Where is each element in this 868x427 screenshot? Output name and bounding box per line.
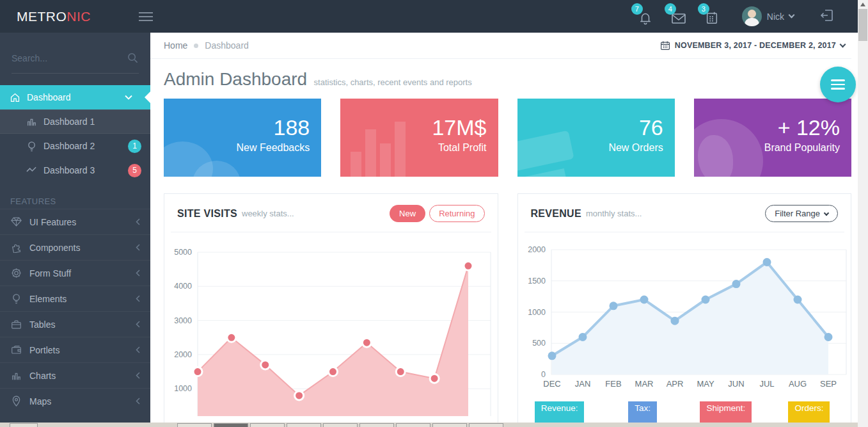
sidebar-item-elements[interactable]: Elements: [0, 286, 150, 311]
stat-label: New Orders: [608, 142, 663, 154]
date-range-picker[interactable]: NOVEMBER 3, 2017 - DECEMBER 2, 2017: [660, 40, 845, 51]
tasks-badge: 3: [698, 3, 709, 15]
tasks-button[interactable]: 3: [704, 8, 720, 25]
page-title: Admin Dashboard: [164, 69, 307, 89]
y-tick-label: 4000: [174, 282, 192, 291]
panel-title: REVENUE: [531, 208, 581, 220]
stat-card-new-feedbacks[interactable]: 188 New Feedbacks: [164, 99, 321, 177]
y-tick-label: 1000: [528, 308, 546, 317]
chart-area: [198, 266, 468, 416]
data-point: [609, 302, 617, 310]
charts-row: SITE VISITS weekly stats... New Returnin…: [164, 193, 851, 427]
top-header: METRONIC 7 4 3 Nick: [0, 0, 858, 33]
sidebar-item-label: Tables: [29, 319, 55, 330]
menu-icon: [831, 79, 845, 90]
breadcrumb-home-link[interactable]: Home: [164, 40, 187, 51]
stat-cards-row: 188 New Feedbacks 17M$ Total Profit 76 N…: [164, 99, 851, 177]
sidebar-item-form-stuff[interactable]: Form Stuff: [0, 260, 150, 286]
y-tick-label: 500: [532, 339, 546, 348]
scroll-up-arrow[interactable]: [860, 3, 865, 6]
search-icon[interactable]: [127, 52, 139, 64]
stat-card-new-orders[interactable]: 76 New Orders: [517, 99, 675, 177]
gem-icon: [10, 216, 22, 228]
search-input[interactable]: [12, 53, 107, 63]
data-point: [464, 261, 473, 270]
sidebar-item-dashboard[interactable]: Dashboard: [0, 85, 150, 109]
x-tick-label: SEP: [819, 379, 836, 389]
sidebar-item-portlets[interactable]: Portlets: [0, 337, 150, 362]
sidebar-item-ui-features[interactable]: UI Features: [0, 209, 150, 234]
data-point: [578, 333, 587, 341]
sidebar-item-dashboard-2[interactable]: Dashboard 2 1: [0, 134, 150, 158]
chevron-left-icon: [136, 218, 140, 225]
logout-button[interactable]: [819, 8, 835, 26]
chevron-left-icon: [136, 346, 140, 353]
inbox-button[interactable]: 4: [670, 8, 687, 25]
sidebar-item-label: Dashboard: [27, 92, 71, 102]
stat-card-total-profit[interactable]: 17M$ Total Profit: [340, 99, 498, 177]
puzzle-icon: [10, 242, 22, 254]
new-visitors-button[interactable]: New: [390, 205, 425, 222]
notifications-button[interactable]: 7: [637, 8, 654, 25]
data-point: [193, 367, 202, 376]
calendar-icon: [660, 40, 670, 51]
sidebar-item-dashboard-1[interactable]: Dashboard 1: [0, 109, 150, 134]
trend-line-icon: [26, 165, 37, 176]
chevron-left-icon: [136, 372, 140, 379]
notification-badge: 7: [631, 3, 643, 15]
revenue-chart[interactable]: 0500100015002000DECJANFEBMARAPRMAYJUNJUL…: [518, 232, 851, 393]
stat-label: Brand Popularity: [764, 142, 840, 154]
logo-accent-text: NIC: [67, 9, 91, 24]
data-point: [430, 374, 439, 383]
filter-range-button[interactable]: Filter Range: [765, 205, 838, 222]
sidebar-section-heading: FEATURES: [10, 197, 150, 206]
returning-visitors-button[interactable]: Returning: [429, 205, 484, 222]
sidebar-item-components[interactable]: Components: [0, 234, 150, 260]
briefcase-icon: [10, 319, 22, 330]
bar-chart-icon: [351, 152, 361, 177]
x-tick-label: JUN: [728, 379, 744, 389]
data-point: [295, 391, 304, 400]
site-visits-chart[interactable]: 10002000300040005000: [164, 232, 498, 419]
sidebar-item-tables[interactable]: Tables: [0, 311, 150, 337]
home-icon: [9, 92, 20, 103]
windows-taskbar-edge[interactable]: [0, 423, 858, 427]
data-point: [329, 367, 338, 376]
wallet-icon: [10, 344, 22, 356]
chevron-down-icon: [824, 210, 829, 215]
data-point: [701, 296, 709, 304]
sidebar-item-label: Dashboard 2: [43, 141, 95, 151]
badge: 1: [128, 140, 141, 153]
sidebar-item-charts[interactable]: Charts: [0, 362, 150, 388]
main-content: Home Dashboard NOVEMBER 3, 2017 - DECEMB…: [150, 33, 858, 427]
sidebar-item-dashboard-3[interactable]: Dashboard 3 5: [0, 158, 150, 182]
panel-subtitle: monthly stats...: [586, 209, 642, 218]
sidebar: Dashboard Dashboard 1 Dashboard 2 1 Dash…: [0, 33, 150, 427]
gear-icon: [10, 268, 22, 279]
user-name: Nick: [767, 12, 784, 22]
vertical-scrollbar[interactable]: [858, 0, 868, 427]
logout-icon: [819, 8, 835, 23]
active-item-arrow: [145, 92, 150, 103]
inbox-badge: 4: [665, 3, 676, 15]
sidebar-toggle-icon[interactable]: [139, 12, 153, 21]
site_visits-svg: 10002000300040005000: [164, 242, 497, 416]
bar-chart-icon: [26, 116, 37, 127]
scrollbar-thumb[interactable]: [858, 9, 867, 41]
quick-sidebar-toggle-button[interactable]: [820, 67, 856, 102]
metronic-dashboard: METRONIC 7 4 3 Nick: [0, 0, 868, 427]
chevron-left-icon: [136, 295, 140, 302]
stat-value: + 12%: [778, 115, 840, 140]
bar-chart-icon: [10, 370, 22, 382]
panel-title: SITE VISITS: [177, 208, 237, 220]
logo[interactable]: METRONIC: [0, 9, 150, 24]
stat-card-brand-popularity[interactable]: + 12% Brand Popularity: [694, 99, 851, 177]
sidebar-item-maps[interactable]: Maps: [0, 388, 150, 414]
user-menu[interactable]: Nick: [742, 6, 794, 26]
x-tick-label: JAN: [574, 379, 590, 389]
y-tick-label: 1000: [174, 384, 192, 393]
chart-area: [552, 262, 828, 375]
stat-value: 17M$: [432, 115, 486, 140]
chevron-down-icon: [840, 41, 846, 47]
data-point: [396, 367, 405, 376]
